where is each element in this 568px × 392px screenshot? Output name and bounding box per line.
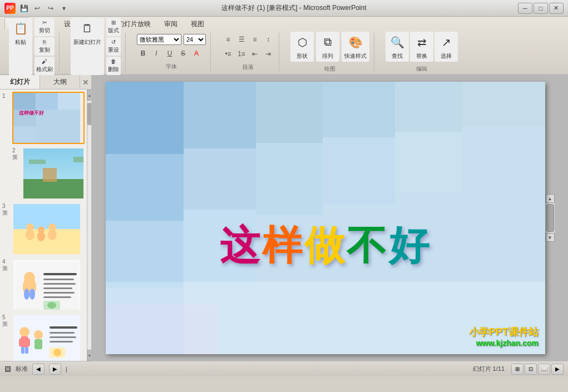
slide-preview-5 xyxy=(13,315,80,361)
line-spacing-button[interactable]: ↕ xyxy=(262,33,274,46)
copy-button[interactable]: ⎘ 复制 xyxy=(34,37,55,56)
status-theme: 标准 xyxy=(16,365,28,373)
next-slide-button[interactable]: ▶ xyxy=(49,364,61,375)
quick-styles-icon: 🎨 xyxy=(347,33,364,51)
svg-rect-43 xyxy=(50,336,76,338)
slide-preview-3 xyxy=(13,204,80,254)
layout-button[interactable]: ⊞ 版式 xyxy=(106,18,121,36)
slide-thumb-1[interactable]: 这样做不好 xyxy=(12,92,85,144)
reset-icon: ↺ xyxy=(111,39,116,45)
svg-rect-41 xyxy=(50,326,77,329)
font-size-select[interactable]: 24 xyxy=(184,34,206,45)
underline-button[interactable]: U xyxy=(164,47,176,59)
slide-thumb-5[interactable] xyxy=(12,314,85,361)
svg-rect-7 xyxy=(23,179,85,199)
svg-point-23 xyxy=(29,289,35,300)
find-button[interactable]: 🔍 查找 xyxy=(386,32,409,62)
indent-decrease-button[interactable]: ⇤ xyxy=(249,48,261,60)
align-right-button[interactable]: ≡ xyxy=(249,33,261,46)
align-left-button[interactable]: ≡ xyxy=(222,33,234,46)
svg-point-22 xyxy=(24,289,29,300)
replace-icon: ⇄ xyxy=(413,33,431,51)
slide-item-2[interactable]: 2第 xyxy=(2,147,85,200)
paste-icon: 📋 xyxy=(12,19,29,37)
panel-scroll-track xyxy=(87,101,91,350)
undo-button[interactable]: ↩ xyxy=(31,2,43,14)
replace-button[interactable]: ⇄ 替换 xyxy=(410,32,433,62)
reading-view-button[interactable]: 📖 xyxy=(538,364,550,375)
tab-view[interactable]: 视图 xyxy=(185,18,210,30)
slide-thumb-2[interactable] xyxy=(22,147,85,200)
scroll-down-button[interactable]: ▼ xyxy=(546,233,555,242)
shapes-button[interactable]: ⬡ 形状 xyxy=(290,32,314,62)
svg-rect-73 xyxy=(462,82,545,126)
minimize-button[interactable]: ─ xyxy=(518,3,532,14)
strikethrough-button[interactable]: S xyxy=(177,47,189,59)
slide-thumb-4[interactable] xyxy=(12,259,85,311)
svg-rect-38 xyxy=(25,347,28,354)
slide-item-4[interactable]: 4 第 xyxy=(2,259,85,311)
char-zhe: 这 xyxy=(220,224,262,268)
bold-button[interactable]: B xyxy=(137,47,149,59)
slide-sorter-button[interactable]: ⊡ xyxy=(525,364,537,375)
indent-increase-button[interactable]: ⇥ xyxy=(262,48,274,60)
panel-scroll-down[interactable]: ▼ xyxy=(87,350,91,361)
svg-rect-12 xyxy=(13,229,80,254)
normal-view-button[interactable]: ⊞ xyxy=(511,364,523,375)
editing-scrollbar[interactable]: ▲ ▼ xyxy=(545,194,554,242)
layout-icon: ⊞ xyxy=(111,19,116,26)
tab-review[interactable]: 审阅 xyxy=(158,18,184,30)
svg-rect-72 xyxy=(395,132,462,193)
quick-styles-button[interactable]: 🎨 快速样式 xyxy=(342,32,369,62)
tab-slides[interactable]: 幻灯片 xyxy=(0,75,40,89)
scroll-thumb[interactable] xyxy=(546,204,554,232)
align-center-button[interactable]: ☰ xyxy=(235,33,248,46)
slide-item-5[interactable]: 5 第 xyxy=(2,314,85,361)
svg-rect-67 xyxy=(256,82,323,143)
slide-item-1[interactable]: 1 这样做不好 xyxy=(2,92,85,144)
svg-rect-70 xyxy=(323,137,395,204)
new-slide-button[interactable]: 🗒 新建幻灯片 xyxy=(71,18,104,75)
paste-button[interactable]: 📋 粘贴 xyxy=(9,18,32,75)
slideshow-button[interactable]: ▶ xyxy=(551,364,564,375)
font-family-select[interactable]: 微软雅黑 xyxy=(137,34,181,45)
panel-scroll-thumb[interactable] xyxy=(87,103,91,125)
select-button[interactable]: ↗ 选择 xyxy=(434,32,458,62)
slide-thumb-3[interactable] xyxy=(12,203,85,255)
tab-outline[interactable]: 大纲 xyxy=(40,75,80,89)
svg-rect-60 xyxy=(106,82,184,154)
toolbar-dropdown-button[interactable]: ▾ xyxy=(58,2,70,14)
thumb1-title: 这样做不好 xyxy=(19,110,44,117)
numbered-button[interactable]: 1≡ xyxy=(235,48,248,60)
svg-rect-35 xyxy=(19,339,23,346)
prev-slide-button[interactable]: ◀ xyxy=(32,364,45,375)
slide-item-3[interactable]: 3 第 xyxy=(2,203,85,255)
svg-point-17 xyxy=(38,226,45,233)
panel-scroll-up[interactable]: ▲ xyxy=(87,90,91,101)
panel-scrollbar[interactable]: ▲ ▼ xyxy=(87,90,91,361)
reset-button[interactable]: ↺ 重设 xyxy=(106,37,121,56)
save-button[interactable]: 💾 xyxy=(18,2,30,14)
svg-rect-75 xyxy=(184,282,545,354)
redo-button[interactable]: ↪ xyxy=(45,2,57,14)
drawing-label: 绘图 xyxy=(324,65,335,73)
slide-list: 1 这样做不好 xyxy=(0,90,87,361)
cut-icon: ✂ xyxy=(42,19,47,26)
scroll-up-button[interactable]: ▲ xyxy=(546,194,555,203)
panel-close-button[interactable]: ✕ xyxy=(80,75,91,89)
font-color-button[interactable]: A xyxy=(190,47,202,59)
cut-button[interactable]: ✂ 剪切 xyxy=(34,18,55,36)
slide-canvas[interactable]: 这样做不好 小学PPT课件站 www.kjzhan.com xyxy=(106,82,545,354)
slide-3-num: 3 xyxy=(2,203,6,209)
svg-point-18 xyxy=(48,224,56,231)
format-painter-button[interactable]: 🖌 格式刷 xyxy=(34,57,55,75)
italic-button[interactable]: I xyxy=(150,47,162,59)
close-button[interactable]: ✕ xyxy=(549,3,564,14)
restore-button[interactable]: □ xyxy=(534,3,548,14)
status-bar: 🖼 标准 ◀ ▶ | 幻灯片 1/11 ⊞ ⊡ 📖 ▶ xyxy=(0,361,568,376)
arrange-button[interactable]: ⧉ 排列 xyxy=(316,32,339,62)
svg-point-46 xyxy=(53,349,61,356)
svg-rect-11 xyxy=(13,204,80,229)
bullet-button[interactable]: •≡ xyxy=(222,48,234,60)
delete-slide-button[interactable]: 🗑 删除 xyxy=(106,57,121,75)
